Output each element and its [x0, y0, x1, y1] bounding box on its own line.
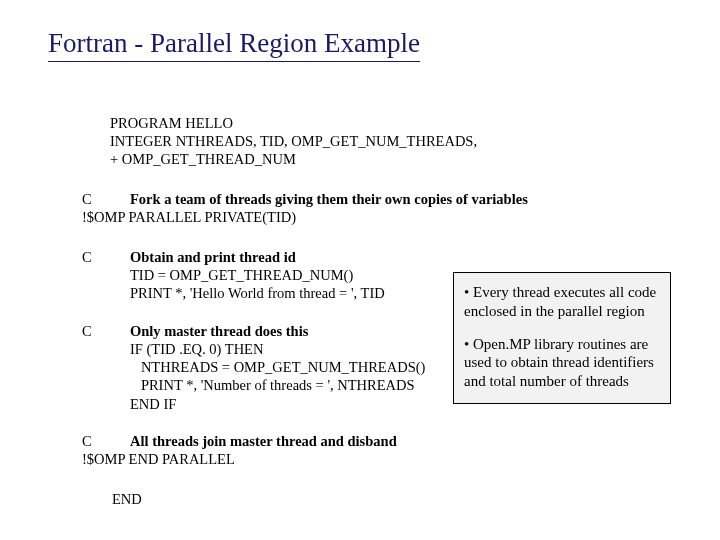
join-comment: All threads join master thread and disba… — [130, 433, 397, 449]
master-body: IF (TID .EQ. 0) THEN NTHREADS = OMP_GET_… — [130, 340, 425, 413]
code-end: END — [112, 490, 142, 508]
comment-marker: C — [82, 322, 130, 340]
fork-directive: !$OMP PARALLEL PRIVATE(TID) — [82, 209, 296, 225]
join-directive: !$OMP END PARALLEL — [82, 451, 235, 467]
obtain-comment: Obtain and print thread id — [130, 249, 296, 265]
obtain-body: TID = OMP_GET_THREAD_NUM() PRINT *, 'Hel… — [130, 266, 385, 302]
code-fork-section: CFork a team of threads giving them thei… — [82, 190, 528, 226]
master-comment: Only master thread does this — [130, 323, 308, 339]
info-point-2: • Open.MP library routines are used to o… — [464, 335, 660, 391]
info-box: • Every thread executes all code enclose… — [453, 272, 671, 404]
code-join-section: CAll threads join master thread and disb… — [82, 432, 397, 468]
comment-marker: C — [82, 432, 130, 450]
info-point-1: • Every thread executes all code enclose… — [464, 283, 660, 321]
code-obtain-section: CObtain and print thread id TID = OMP_GE… — [82, 248, 385, 302]
comment-marker: C — [82, 248, 130, 266]
code-declarations: PROGRAM HELLO INTEGER NTHREADS, TID, OMP… — [110, 114, 477, 168]
fork-comment: Fork a team of threads giving them their… — [130, 191, 528, 207]
comment-marker: C — [82, 190, 130, 208]
code-master-section: COnly master thread does this IF (TID .E… — [82, 322, 425, 413]
slide-title: Fortran - Parallel Region Example — [48, 28, 420, 62]
